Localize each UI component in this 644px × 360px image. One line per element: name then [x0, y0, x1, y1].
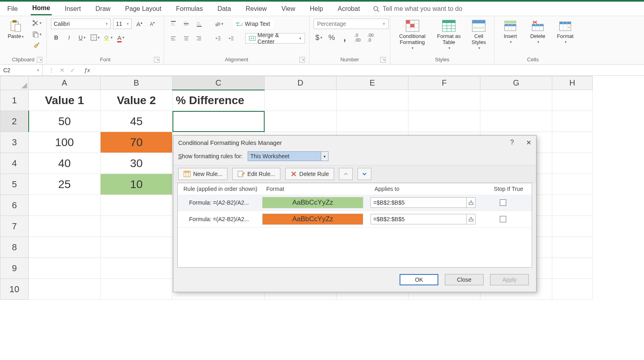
cancel-formula-button[interactable]: ✕	[60, 67, 65, 73]
row-6[interactable]: 6	[0, 195, 29, 216]
rule-row-2[interactable]: Formula: =(A2-B2)/A2... AaBbCcYyZz =$B$2…	[178, 211, 532, 228]
cell-H10[interactable]	[552, 279, 593, 300]
cell-B4[interactable]: 30	[101, 153, 173, 174]
cell-H6[interactable]	[552, 195, 593, 216]
move-rule-up-button[interactable]	[339, 168, 353, 180]
cell-A7[interactable]	[29, 216, 101, 237]
tab-home[interactable]: Home	[31, 2, 52, 15]
tab-data[interactable]: Data	[216, 3, 233, 15]
cell-C1[interactable]: % Difference	[173, 90, 265, 111]
row-10[interactable]: 10	[0, 279, 29, 300]
alignment-launcher[interactable]: ↘	[299, 57, 305, 63]
ok-button[interactable]: OK	[400, 274, 438, 285]
wrap-text-button[interactable]: ab Wrap Text	[233, 19, 274, 29]
cell-B1[interactable]: Value 2	[101, 90, 173, 111]
number-launcher[interactable]: ↘	[380, 57, 386, 63]
cut-button[interactable]	[32, 19, 42, 27]
range-picker-icon[interactable]	[466, 198, 475, 207]
cell-A10[interactable]	[29, 279, 101, 300]
dialog-titlebar[interactable]: Conditional Formatting Rules Manager ? ✕	[173, 136, 536, 150]
bold-button[interactable]: B	[51, 33, 61, 42]
col-E[interactable]: E	[337, 76, 408, 90]
cell-C2[interactable]	[173, 111, 265, 132]
tab-view[interactable]: View	[280, 3, 297, 15]
align-right-button[interactable]	[194, 34, 204, 43]
col-G[interactable]: G	[480, 76, 552, 90]
cell-E1[interactable]	[337, 90, 408, 111]
new-rule-button[interactable]: New Rule...	[178, 168, 227, 180]
cell-H8[interactable]	[552, 237, 593, 258]
tab-page-layout[interactable]: Page Layout	[124, 3, 163, 15]
delete-cells-button[interactable]: Delete	[526, 19, 549, 45]
grow-font-button[interactable]: A▴	[134, 19, 145, 28]
decrease-decimal-button[interactable]: .00.0	[365, 33, 376, 42]
cell-A1[interactable]: Value 1	[29, 90, 101, 111]
align-top-button[interactable]	[168, 19, 179, 28]
cell-F2[interactable]	[408, 111, 480, 132]
col-D[interactable]: D	[265, 76, 337, 90]
cell-H9[interactable]	[552, 258, 593, 279]
clipboard-launcher[interactable]: ↘	[37, 57, 42, 63]
cell-B8[interactable]	[101, 237, 173, 258]
comma-format-button[interactable]: ,	[339, 33, 350, 42]
delete-rule-button[interactable]: Delete Rule	[285, 168, 334, 180]
rule-row-1[interactable]: Formula: =(A2-B2)/A2... AaBbCcYyZz =$B$2…	[178, 195, 532, 211]
rule-applies-input[interactable]: =$B$2:$B$5	[370, 214, 476, 224]
borders-button[interactable]	[90, 33, 100, 42]
cell-B9[interactable]	[101, 258, 173, 279]
stop-if-true-checkbox[interactable]	[500, 199, 506, 206]
format-as-table-button[interactable]: Format as Table	[434, 19, 463, 51]
cell-A5[interactable]: 25	[29, 174, 101, 195]
format-cells-button[interactable]: Format	[554, 19, 577, 45]
tell-me-search[interactable]: Tell me what you want to do	[373, 5, 462, 13]
cell-H7[interactable]	[552, 216, 593, 237]
merge-center-button[interactable]: Merge & Center	[245, 33, 305, 44]
cell-H1[interactable]	[552, 90, 593, 111]
show-rules-for-select[interactable]: This Worksheet ▾	[248, 151, 328, 161]
cell-F1[interactable]	[408, 90, 480, 111]
col-B[interactable]: B	[101, 76, 173, 90]
percent-format-button[interactable]: %	[326, 33, 337, 42]
fx-label[interactable]: ƒx	[81, 67, 94, 73]
paste-button[interactable]: Paste	[4, 19, 27, 40]
cell-D1[interactable]	[265, 90, 337, 111]
cell-A6[interactable]	[29, 195, 101, 216]
col-F[interactable]: F	[408, 76, 480, 90]
cell-B5[interactable]: 10	[101, 174, 173, 195]
cell-H4[interactable]	[552, 153, 593, 174]
align-bottom-button[interactable]	[194, 19, 204, 28]
cell-G2[interactable]	[480, 111, 552, 132]
cell-H3[interactable]	[552, 132, 593, 153]
range-picker-icon[interactable]	[466, 214, 475, 224]
tab-help[interactable]: Help	[308, 3, 325, 15]
row-9[interactable]: 9	[0, 258, 29, 279]
font-family-select[interactable]: Calibri▾	[51, 19, 111, 29]
dialog-close-button[interactable]: ✕	[526, 139, 531, 147]
tab-draw[interactable]: Draw	[94, 3, 112, 15]
close-button[interactable]: Close	[445, 274, 484, 285]
row-4[interactable]: 4	[0, 153, 29, 174]
edit-rule-button[interactable]: Edit Rule...	[232, 168, 280, 180]
cell-B10[interactable]	[101, 279, 173, 300]
cell-A9[interactable]	[29, 258, 101, 279]
number-format-select[interactable]: Percentage▾	[314, 19, 389, 29]
select-all-corner[interactable]	[0, 76, 29, 90]
cell-D2[interactable]	[265, 111, 337, 132]
font-size-select[interactable]: 11▾	[113, 19, 132, 29]
increase-indent-button[interactable]	[226, 34, 236, 43]
insert-cells-button[interactable]: Insert	[499, 19, 522, 45]
shrink-font-button[interactable]: A▾	[147, 19, 158, 28]
col-H[interactable]: H	[552, 76, 593, 90]
align-left-button[interactable]	[168, 34, 179, 43]
cell-A4[interactable]: 40	[29, 153, 101, 174]
orientation-button[interactable]: ab	[213, 19, 224, 28]
align-middle-button[interactable]	[181, 19, 192, 28]
conditional-formatting-button[interactable]: Conditional Formatting	[394, 19, 430, 51]
name-box[interactable]: C2▾	[0, 65, 43, 75]
cell-H5[interactable]	[552, 174, 593, 195]
cell-B3[interactable]: 70	[101, 132, 173, 153]
row-3[interactable]: 3	[0, 132, 29, 153]
format-painter-button[interactable]	[32, 41, 42, 50]
copy-button[interactable]	[32, 30, 42, 39]
cell-G1[interactable]	[480, 90, 552, 111]
